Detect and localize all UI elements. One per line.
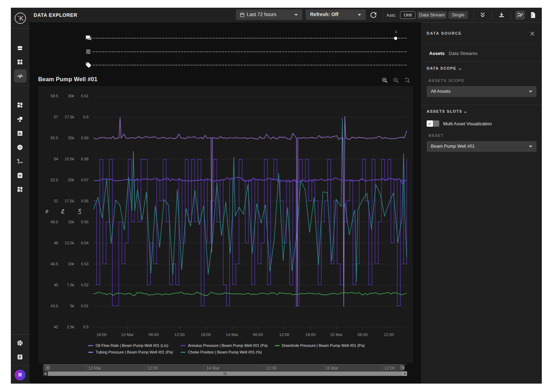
svg-text:K: K [19, 15, 24, 22]
